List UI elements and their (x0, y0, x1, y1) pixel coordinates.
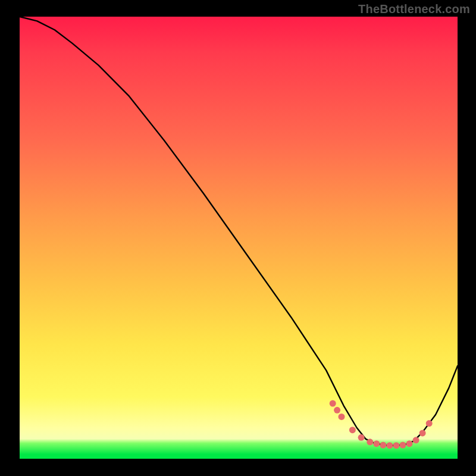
highlight-dot (406, 440, 413, 447)
highlight-dot (386, 442, 393, 449)
chart-frame: TheBottleneck.com (0, 0, 476, 476)
highlight-dot (330, 400, 336, 407)
highlight-dot (393, 442, 400, 449)
highlight-dot (358, 434, 365, 441)
highlight-dot (413, 437, 419, 443)
highlight-dot (400, 442, 406, 449)
highlight-dot (380, 442, 386, 449)
highlight-dot (419, 430, 426, 436)
curve-svg (20, 17, 458, 459)
highlight-dot (367, 439, 373, 445)
highlight-dot (373, 440, 380, 447)
bottleneck-curve (20, 17, 458, 446)
highlight-dot (349, 427, 356, 433)
highlight-dot (334, 407, 340, 414)
highlight-dot (426, 420, 433, 427)
watermark-text: TheBottleneck.com (358, 2, 470, 16)
plot-area (20, 17, 458, 459)
highlight-dot (339, 414, 345, 420)
